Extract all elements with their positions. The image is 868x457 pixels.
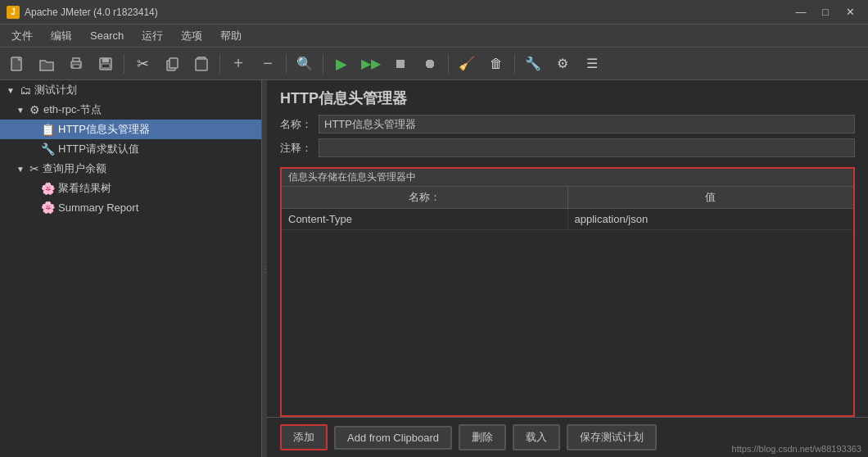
app-icon: J [7, 6, 20, 19]
sidebar-item-label: HTTP请求默认值 [58, 142, 139, 156]
clear-button[interactable]: 🧹 [453, 50, 481, 78]
title-bar-left: J Apache JMeter (4.0 r1823414) [7, 6, 158, 19]
comment-label: 注释： [280, 141, 312, 156]
menu-help[interactable]: 帮助 [212, 26, 250, 46]
table-body: Content-Type application/json [282, 209, 853, 415]
toolbar-separator-4 [323, 54, 323, 74]
sidebar-item-query[interactable]: ▼ ✂ 查询用户余额 [0, 159, 261, 179]
arrow-icon: ▼ [7, 86, 16, 95]
delete-button[interactable]: 删除 [459, 424, 506, 450]
svg-rect-5 [102, 64, 110, 68]
menu-bar: 文件 编辑 Search 运行 选项 帮助 [0, 25, 868, 48]
col-header-name: 名称： [282, 187, 568, 208]
copy-button[interactable] [158, 50, 186, 78]
add-button[interactable]: + [224, 50, 252, 78]
table-col-headers: 名称： 值 [282, 187, 853, 209]
title-bar: J Apache JMeter (4.0 r1823414) — □ ✕ [0, 0, 868, 25]
toolbar-separator-3 [286, 54, 287, 74]
col-header-value: 值 [568, 187, 854, 208]
browse-button[interactable]: 🔍 [291, 50, 319, 78]
load-button[interactable]: 载入 [513, 424, 560, 450]
ethrpc-icon: ⚙ [29, 103, 40, 116]
close-button[interactable]: ✕ [839, 4, 861, 20]
run-button[interactable]: ▶ [328, 50, 355, 78]
sidebar-item-label: 聚看结果树 [58, 181, 111, 196]
name-label: 名称： [280, 117, 312, 132]
sidebar-item-testplan[interactable]: ▼ 🗂 测试计划 [0, 80, 261, 100]
sidebar-item-http-header[interactable]: 📋 HTTP信息头管理器 [0, 120, 261, 139]
menu-options[interactable]: 选项 [173, 26, 210, 46]
svg-rect-2 [73, 65, 79, 68]
window-controls: — □ ✕ [789, 4, 861, 20]
save-test-button[interactable]: 保存测试计划 [567, 424, 657, 450]
svg-rect-4 [102, 58, 109, 62]
sidebar-item-label: Summary Report [58, 201, 138, 214]
sidebar-item-label: HTTP信息头管理器 [58, 122, 150, 137]
toolbar: ✂ + − 🔍 ▶ ▶▶ ⏹ ⏺ 🧹 🗑 🔧 ⚙ ☰ [0, 48, 868, 80]
query-icon: ✂ [29, 162, 39, 175]
minimize-button[interactable]: — [789, 4, 812, 20]
testplan-icon: 🗂 [20, 84, 31, 97]
toolbar-separator-6 [514, 54, 515, 74]
bottom-bar: 添加 Add from Clipboard 删除 载入 保存测试计划 [267, 417, 868, 457]
sidebar-item-label: 查询用户余额 [43, 161, 106, 176]
summary-icon: 🌸 [41, 201, 55, 214]
paste-button[interactable] [188, 50, 215, 78]
title-bar-text: Apache JMeter (4.0 r1823414) [25, 7, 158, 18]
svg-rect-7 [170, 58, 178, 68]
stop-button[interactable]: ⏹ [387, 50, 414, 78]
menu-run[interactable]: 运行 [133, 26, 171, 46]
menu-edit[interactable]: 编辑 [43, 26, 80, 46]
stop-all-button[interactable]: ⏺ [416, 50, 444, 78]
print-button[interactable] [62, 50, 90, 78]
clear-all-button[interactable]: 🗑 [482, 50, 510, 78]
save-button[interactable] [92, 50, 120, 78]
sidebar-item-result-tree[interactable]: 🌸 聚看结果树 [0, 179, 261, 198]
toolbar-separator-1 [124, 54, 124, 74]
header-icon: 📋 [41, 123, 55, 136]
content-area: HTTP信息头管理器 名称： 注释： 信息头存储在信息头管理器中 名称： 值 C… [267, 80, 868, 457]
sidebar-item-ethrpc[interactable]: ▼ ⚙ eth-rpc-节点 [0, 100, 261, 120]
comment-row: 注释： [280, 138, 855, 157]
main-layout: ▼ 🗂 测试计划 ▼ ⚙ eth-rpc-节点 📋 HTTP信息头管理器 🔧 H… [0, 80, 868, 457]
headers-table: 信息头存储在信息头管理器中 名称： 值 Content-Type applica… [280, 167, 855, 417]
sidebar-item-label: 测试计划 [34, 83, 77, 97]
template-button[interactable]: ☰ [578, 50, 606, 78]
name-input[interactable] [319, 115, 855, 133]
content-header: HTTP信息头管理器 名称： 注释： [267, 80, 868, 167]
function-button[interactable]: ⚙ [549, 50, 576, 78]
maximize-button[interactable]: □ [814, 4, 837, 20]
arrow-icon: ▼ [16, 106, 26, 115]
result-tree-icon: 🌸 [41, 182, 55, 195]
remote-button[interactable]: 🔧 [519, 50, 547, 78]
sidebar-item-summary-report[interactable]: 🌸 Summary Report [0, 198, 261, 216]
table-row[interactable]: Content-Type application/json [282, 209, 853, 230]
add-header-button[interactable]: 添加 [280, 424, 328, 450]
cell-value: application/json [568, 209, 854, 229]
menu-file[interactable]: 文件 [3, 26, 41, 46]
toolbar-separator-2 [219, 54, 220, 74]
run-nonstop-button[interactable]: ▶▶ [357, 50, 385, 78]
open-button[interactable] [33, 50, 61, 78]
sidebar-item-http-default[interactable]: 🔧 HTTP请求默认值 [0, 139, 261, 159]
page-title: HTTP信息头管理器 [280, 88, 855, 108]
toolbar-separator-5 [448, 54, 449, 74]
sidebar: ▼ 🗂 测试计划 ▼ ⚙ eth-rpc-节点 📋 HTTP信息头管理器 🔧 H… [0, 80, 262, 457]
cell-name: Content-Type [282, 209, 568, 229]
remove-button[interactable]: − [254, 50, 282, 78]
new-button[interactable] [3, 50, 31, 78]
name-row: 名称： [280, 115, 855, 133]
cut-button[interactable]: ✂ [129, 50, 156, 78]
comment-input[interactable] [319, 138, 855, 157]
sidebar-item-label: eth-rpc-节点 [43, 102, 102, 117]
table-title: 信息头存储在信息头管理器中 [282, 169, 853, 187]
clipboard-button[interactable]: Add from Clipboard [334, 426, 452, 450]
svg-rect-9 [196, 59, 207, 70]
menu-search[interactable]: Search [82, 27, 132, 44]
default-icon: 🔧 [41, 143, 55, 156]
arrow-icon: ▼ [16, 165, 26, 174]
